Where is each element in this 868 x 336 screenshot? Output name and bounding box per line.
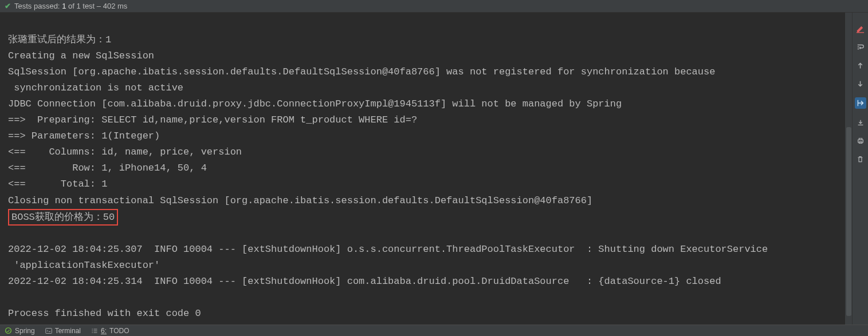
- bottom-tool-bar: Spring Terminal 6: TODO: [0, 325, 868, 336]
- scrollbar-track[interactable]: [845, 13, 852, 325]
- scrollbar-thumb[interactable]: [846, 127, 851, 316]
- terminal-icon: [45, 327, 52, 334]
- tests-of: of 1 test –: [68, 2, 101, 10]
- scroll-up-icon[interactable]: [856, 61, 865, 70]
- log-line: 2022-12-02 18:04:25.307 INFO 10004 --- […: [8, 244, 768, 255]
- svg-rect-3: [859, 139, 862, 140]
- log-line: synchronization is not active: [8, 82, 183, 93]
- log-line: ==> Preparing: SELECT id,name,price,vers…: [8, 114, 417, 125]
- spring-label: Spring: [15, 327, 35, 335]
- log-line: Closing non transactional SqlSession [or…: [8, 195, 592, 206]
- spring-tab-button[interactable]: Spring: [5, 327, 35, 335]
- log-line: 张璐重试后的结果为：1: [8, 34, 111, 45]
- log-line: SqlSession [org.apache.ibatis.session.de…: [8, 66, 715, 77]
- tests-count: 1: [62, 2, 66, 10]
- log-line: ==> Parameters: 1(Integer): [8, 131, 160, 141]
- log-line: 'applicationTaskExecutor': [8, 260, 160, 271]
- tests-prefix: Tests passed:: [14, 2, 60, 10]
- checkmark-icon: ✔: [5, 2, 11, 10]
- todo-tab-button[interactable]: 6: TODO: [91, 327, 129, 335]
- svg-rect-0: [857, 32, 864, 33]
- print-icon[interactable]: [856, 136, 865, 145]
- log-line: <== Row: 1, iPhone14, 50, 4: [8, 163, 207, 173]
- log-line: JDBC Connection [com.alibaba.druid.proxy…: [8, 98, 622, 109]
- log-line: Creating a new SqlSession: [8, 50, 154, 61]
- highlighted-log-line: BOSS获取的价格为：50: [8, 209, 118, 226]
- soft-wrap-icon[interactable]: [856, 42, 865, 52]
- main-area: 张璐重试后的结果为：1 Creating a new SqlSession Sq…: [0, 13, 868, 325]
- todo-icon: [91, 327, 98, 334]
- pencil-icon[interactable]: [856, 24, 865, 33]
- log-line: 2022-12-02 18:04:25.314 INFO 10004 --- […: [8, 276, 721, 287]
- scroll-to-end-icon[interactable]: [855, 97, 866, 109]
- log-line: Process finished with exit code 0: [8, 308, 201, 319]
- todo-number: 6:: [101, 327, 107, 335]
- svg-rect-6: [45, 328, 52, 333]
- scroll-down-icon[interactable]: [856, 79, 865, 88]
- console-output: 张璐重试后的结果为：1 Creating a new SqlSession Sq…: [0, 13, 852, 325]
- svg-point-5: [6, 328, 11, 334]
- trash-icon[interactable]: [856, 155, 865, 164]
- console-scroll-area[interactable]: 张璐重试后的结果为：1 Creating a new SqlSession Sq…: [0, 13, 852, 325]
- test-status-bar: ✔ Tests passed: 1 of 1 test – 402 ms: [0, 0, 868, 13]
- todo-label: TODO: [109, 327, 129, 335]
- terminal-label: Terminal: [55, 327, 81, 335]
- tests-time: 402 ms: [103, 2, 128, 10]
- log-line: <== Total: 1: [8, 179, 107, 189]
- export-icon[interactable]: [856, 118, 865, 127]
- log-line: <== Columns: id, name, price, version: [8, 147, 242, 157]
- spring-icon: [5, 327, 12, 334]
- tests-passed-label: Tests passed: 1 of 1 test – 402 ms: [14, 2, 127, 10]
- terminal-tab-button[interactable]: Terminal: [45, 327, 81, 335]
- right-tool-gutter: [852, 13, 868, 325]
- svg-rect-1: [857, 100, 858, 106]
